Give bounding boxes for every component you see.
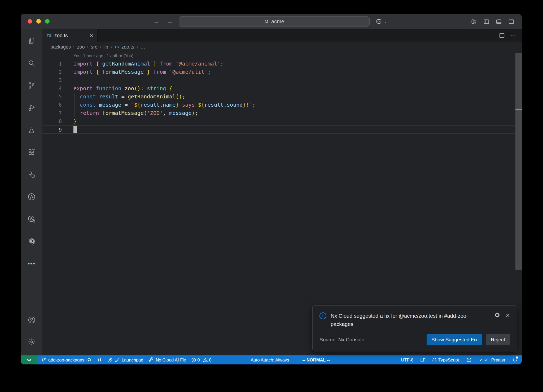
command-center-search[interactable]: acme (179, 16, 370, 27)
accounts-icon[interactable] (27, 316, 36, 324)
git-branch-item[interactable]: add-zoo-packages (41, 357, 91, 363)
code-line-3[interactable]: 3 (42, 76, 522, 84)
code-line-6[interactable]: 6 const message = `${result.name} says $… (42, 101, 522, 109)
prettier-item[interactable]: ✓ ✓ Prettier (479, 358, 505, 363)
code-text: export function zoo(): string { (62, 84, 172, 93)
show-suggested-fix-button[interactable]: Show Suggested Fix (427, 334, 482, 345)
breadcrumb-more[interactable]: … (140, 44, 145, 50)
line-number: 3 (42, 76, 62, 84)
tab-close-icon[interactable]: × (89, 32, 93, 39)
tab-label: zoo.ts (54, 33, 68, 38)
copilot-menu[interactable]: ⌄ (375, 14, 387, 29)
breadcrumb-item[interactable]: src (91, 44, 97, 50)
title-bar: ← → acme ⌄ (21, 14, 522, 29)
notification-source: Source: Nx Console (319, 337, 364, 343)
code-line-2[interactable]: 2import { formatMessage } from '@acme/ut… (42, 68, 522, 76)
extensions-icon[interactable] (27, 148, 36, 156)
code-token: from (150, 69, 169, 75)
code-line-9[interactable]: 9 (42, 125, 522, 134)
code-token: import (73, 69, 96, 75)
close-window-button[interactable] (28, 19, 32, 24)
code-token: { (96, 69, 102, 75)
toggle-secondary-sidebar-icon[interactable] (508, 19, 514, 25)
zoom-window-button[interactable] (45, 19, 50, 24)
search-icon[interactable] (27, 59, 36, 67)
code-token: ${ (198, 102, 204, 108)
notifications-bell[interactable] (512, 357, 518, 363)
nx-cloud-fix-item[interactable]: Nx Cloud AI Fix (148, 357, 186, 363)
edge-tools-icon[interactable] (27, 237, 36, 246)
line-number: 1 (42, 60, 62, 68)
source-control-icon[interactable] (27, 81, 36, 90)
reject-button[interactable]: Reject (486, 334, 510, 345)
breadcrumb-item[interactable]: packages (50, 44, 71, 50)
activity-bar: ••• (21, 29, 42, 355)
launchpad-item[interactable]: Launchpad (107, 357, 143, 363)
code-token: zoo (125, 85, 134, 92)
code-token: ; (208, 69, 211, 75)
auto-attach-item[interactable]: Auto Attach: Always (251, 358, 289, 363)
editor-scrollbar[interactable] (515, 53, 522, 270)
navigate-forward-icon[interactable]: → (167, 18, 173, 25)
code-text: const message = `${result.name} says ${r… (62, 101, 255, 109)
code-token: = (121, 93, 128, 100)
nx-project-graph-icon[interactable] (27, 193, 36, 201)
code-text: const result = getRandomAnimal(); (62, 93, 185, 101)
testing-icon[interactable] (27, 126, 36, 134)
nx-console-icon[interactable] (27, 170, 36, 179)
code-line-7[interactable]: 7 return formatMessage('ZOO', message); (42, 109, 522, 117)
code-token: ; (220, 60, 224, 67)
toggle-panel-icon[interactable] (496, 19, 502, 25)
code-token: from (156, 60, 176, 67)
traffic-lights (28, 19, 50, 24)
blame-annotation: You, 1 hour ago | 1 author (You) (42, 52, 522, 60)
breadcrumb-item[interactable]: lib (103, 44, 108, 50)
code-token: const (80, 102, 99, 108)
remote-indicator[interactable]: >< (21, 355, 37, 364)
problems-item[interactable]: 0 0 (191, 358, 213, 363)
language-item[interactable]: { } TypeScript (432, 358, 459, 363)
code-token: . (224, 102, 227, 108)
code-token: ; (195, 110, 198, 116)
settings-gear-icon[interactable] (27, 337, 36, 346)
code-line-4[interactable]: 4export function zoo(): string { (42, 84, 522, 93)
minimize-window-button[interactable] (36, 19, 41, 24)
code-token: name (163, 102, 176, 108)
code-token: sound (227, 102, 243, 108)
navigate-back-icon[interactable]: ← (153, 18, 160, 25)
git-graph-item[interactable] (97, 357, 102, 363)
tab-zoo-ts[interactable]: TS zoo.ts × (42, 29, 98, 42)
eol-item[interactable]: LF (420, 358, 425, 363)
code-token: const (80, 93, 99, 100)
toggle-primary-sidebar-icon[interactable] (483, 19, 489, 25)
chevron-right-icon: › (73, 45, 75, 49)
code-token: !` (246, 102, 252, 108)
split-editor-icon[interactable] (499, 33, 505, 38)
code-token: ; (182, 93, 185, 100)
run-debug-icon[interactable] (27, 103, 36, 112)
prettier-label: Prettier (491, 358, 505, 363)
breadcrumb-item[interactable]: zoo (77, 44, 85, 50)
code-token: ${ (134, 102, 141, 108)
code-token: formatMessage (102, 110, 144, 116)
nx-cloud-icon[interactable] (27, 215, 36, 223)
notification-settings-gear-icon[interactable]: ⚙ (494, 312, 500, 318)
customize-layout-icon[interactable] (471, 19, 477, 25)
code-line-1[interactable]: 1import { getRandomAnimal } from '@acme/… (42, 60, 522, 68)
additional-views-icon[interactable]: ••• (27, 259, 36, 268)
breadcrumb-file[interactable]: zoo.ts (121, 44, 134, 50)
code-token: () (134, 85, 141, 92)
code-text: import { getRandomAnimal } from '@acme/a… (62, 60, 224, 68)
explorer-icon[interactable] (27, 37, 36, 45)
braces-icon: { } (432, 358, 437, 363)
code-token: = (125, 102, 131, 108)
code-line-8[interactable]: 8} (42, 117, 522, 125)
code-line-5[interactable]: 5 const result = getRandomAnimal(); (42, 93, 522, 101)
chevron-down-icon: ⌄ (384, 19, 387, 24)
more-actions-icon[interactable]: ⋯ (510, 34, 516, 37)
encoding-item[interactable]: UTF-8 (401, 358, 414, 363)
notification-close-icon[interactable]: × (506, 312, 510, 319)
copilot-status-item[interactable] (466, 357, 472, 363)
code-token: } (243, 102, 246, 108)
code-token: result (141, 102, 160, 108)
